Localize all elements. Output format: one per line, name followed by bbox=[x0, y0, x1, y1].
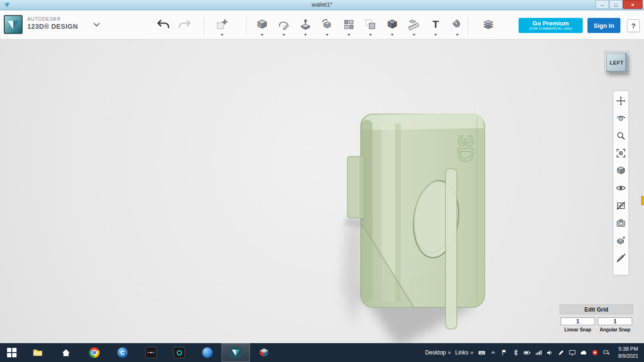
dropdown-caret bbox=[282, 34, 285, 36]
desktop-root: { "window": { "title": "wallet1*", "mini… bbox=[0, 0, 644, 362]
linear-snap-input[interactable]: 1 bbox=[561, 317, 595, 325]
sign-in-button[interactable]: Sign In bbox=[587, 18, 620, 33]
dropdown-caret bbox=[369, 34, 372, 36]
dropdown-caret bbox=[221, 34, 223, 36]
navigation-toolbar bbox=[613, 90, 629, 275]
close-button[interactable]: × bbox=[623, 0, 643, 9]
brand-autodesk: AUTODESK® bbox=[27, 16, 78, 23]
taskbar-clock[interactable]: 5:38 PM 8/9/2021 bbox=[614, 346, 642, 360]
touch-keyboard-icon[interactable] bbox=[478, 349, 486, 357]
redo-button[interactable] bbox=[176, 18, 192, 32]
visibility-icon[interactable] bbox=[615, 182, 627, 194]
material-browser-icon[interactable] bbox=[615, 235, 627, 246]
grouping-tool-button[interactable] bbox=[363, 12, 378, 37]
zoom-fit-icon[interactable] bbox=[615, 148, 627, 159]
autodesk-123d-logo[interactable] bbox=[4, 15, 23, 34]
minimize-button[interactable]: – bbox=[595, 0, 609, 9]
go-premium-sublabel: (FOR COMMERCIAL USE) bbox=[529, 27, 572, 31]
modeling-tools-group: T bbox=[255, 12, 465, 37]
volume-icon[interactable] bbox=[545, 349, 553, 357]
hide-edges-icon[interactable] bbox=[615, 200, 627, 211]
window-controls: – □ × bbox=[595, 0, 643, 9]
browser-c-icon: C bbox=[117, 347, 128, 358]
combine-tool-button[interactable] bbox=[385, 12, 400, 37]
screenshot-icon[interactable] bbox=[615, 217, 627, 229]
titlebar: wallet1* – □ × bbox=[0, 0, 644, 10]
transform-tool-button[interactable] bbox=[215, 12, 230, 37]
go-premium-button[interactable]: Go Premium (FOR COMMERCIAL USE) bbox=[519, 18, 583, 33]
cloud-icon[interactable] bbox=[579, 349, 587, 357]
clock-date: 8/9/2021 bbox=[618, 353, 638, 360]
menu-chevron-icon[interactable] bbox=[92, 21, 101, 28]
flag-icon[interactable] bbox=[500, 349, 508, 357]
pan-icon[interactable] bbox=[615, 95, 627, 107]
sketch-tool-button[interactable] bbox=[276, 12, 291, 37]
chrome-button[interactable] bbox=[80, 343, 108, 362]
taskbar: C Desktop » bbox=[0, 343, 644, 362]
pattern-tool-button[interactable] bbox=[341, 12, 356, 37]
material-tool-button[interactable] bbox=[481, 12, 496, 37]
browser-c-button[interactable]: C bbox=[108, 343, 137, 362]
dropdown-caret bbox=[413, 34, 415, 36]
windows-logo-icon bbox=[7, 348, 17, 357]
system-tray bbox=[478, 349, 610, 357]
blue-browser-icon bbox=[202, 347, 213, 358]
primitives-tool-button[interactable] bbox=[255, 12, 270, 37]
123d-design-icon bbox=[229, 346, 242, 359]
maximize-button[interactable]: □ bbox=[609, 0, 623, 9]
player-app-icon bbox=[173, 347, 185, 358]
media-app-button[interactable] bbox=[137, 343, 165, 362]
dropdown-caret bbox=[456, 34, 459, 36]
desktop-toolbar[interactable]: Desktop » bbox=[425, 349, 451, 356]
model-clip-bar bbox=[446, 169, 457, 329]
home-shortcut-button[interactable] bbox=[52, 343, 80, 362]
view-cube-face[interactable]: LEFT bbox=[606, 53, 627, 73]
pen-icon[interactable] bbox=[557, 349, 565, 357]
linear-snap-label: Linear Snap bbox=[561, 327, 595, 332]
chevron-up-icon[interactable] bbox=[489, 349, 497, 357]
monitor-icon[interactable] bbox=[568, 349, 576, 357]
window-title: wallet1* bbox=[312, 1, 332, 8]
signal-icon[interactable] bbox=[534, 349, 542, 357]
links-toolbar[interactable]: Links » bbox=[455, 349, 473, 356]
dropdown-caret bbox=[347, 34, 350, 36]
antivirus-badge-icon[interactable] bbox=[591, 349, 599, 357]
view-mode-icon[interactable] bbox=[615, 165, 627, 176]
viewport-edge-marker[interactable] bbox=[641, 196, 644, 205]
measure-tool-button[interactable] bbox=[406, 12, 421, 37]
bluetooth-icon[interactable] bbox=[512, 349, 520, 357]
media-app-icon bbox=[145, 347, 157, 358]
angular-snap-input[interactable]: 1 bbox=[598, 317, 632, 325]
construct-tool-button[interactable] bbox=[298, 12, 313, 37]
zoom-icon[interactable] bbox=[615, 130, 627, 141]
123d-design-button[interactable] bbox=[222, 343, 250, 362]
toolbar-separator bbox=[246, 17, 247, 34]
3d-viewport[interactable]: 3D LEFT bbox=[0, 40, 644, 343]
edit-grid-button[interactable]: Edit Grid bbox=[560, 304, 633, 314]
main-toolbar: AUTODESK® 123D® DESIGN bbox=[0, 10, 644, 40]
text-tool-button[interactable]: T bbox=[428, 12, 443, 37]
snap-inputs-row: 1 1 bbox=[560, 317, 633, 325]
player-app-button[interactable] bbox=[165, 343, 193, 362]
undo-button[interactable] bbox=[156, 18, 172, 32]
blue-browser-button[interactable] bbox=[193, 343, 222, 362]
toolbar-separator bbox=[204, 17, 204, 34]
dropdown-caret bbox=[434, 34, 437, 36]
wallet-3d-model[interactable]: 3D bbox=[311, 68, 500, 343]
help-button[interactable]: ? bbox=[627, 19, 640, 32]
taskbar-apps: C bbox=[0, 343, 278, 362]
3d-viewer-button[interactable] bbox=[250, 343, 278, 362]
edit-grid-panel: Edit Grid 1 1 Linear Snap Angular Snap bbox=[560, 304, 633, 332]
file-explorer-button[interactable] bbox=[24, 343, 52, 362]
view-cube[interactable]: LEFT bbox=[604, 51, 629, 74]
snap-tool-button[interactable] bbox=[450, 12, 465, 37]
go-premium-label: Go Premium bbox=[532, 20, 569, 27]
dropdown-caret bbox=[391, 34, 394, 36]
links-toolbar-label: Links bbox=[455, 349, 468, 356]
orbit-icon[interactable] bbox=[615, 113, 627, 124]
start-button[interactable] bbox=[0, 343, 24, 362]
battery-icon[interactable] bbox=[523, 349, 531, 357]
sketch-visibility-icon[interactable] bbox=[615, 252, 627, 263]
network-icon[interactable] bbox=[602, 349, 610, 357]
modify-tool-button[interactable] bbox=[320, 12, 335, 37]
